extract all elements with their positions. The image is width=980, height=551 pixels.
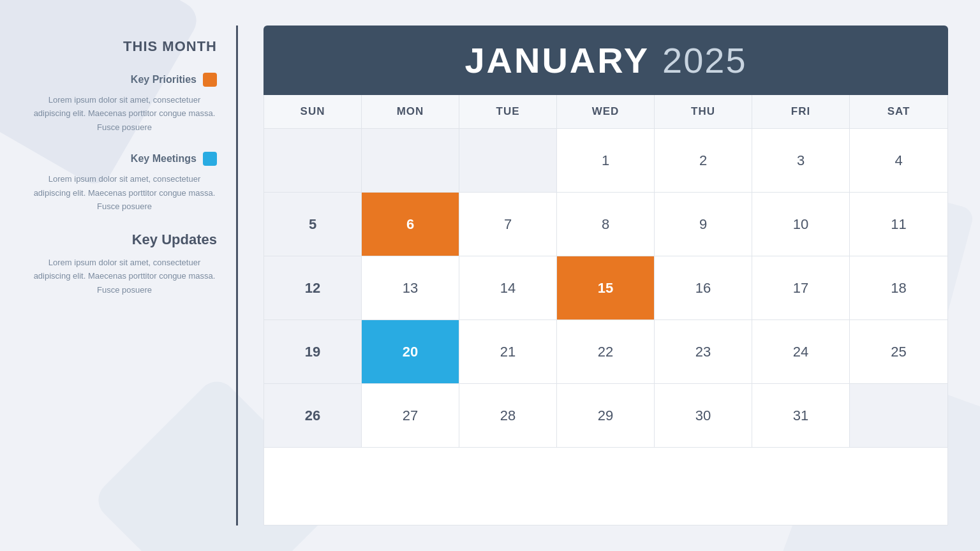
calendar-grid: SUNMONTUEWEDTHUFRISAT 123456789101112131…: [264, 95, 948, 525]
calendar-cell-9: 9: [655, 193, 752, 256]
calendar-cell-20: 20: [362, 320, 459, 384]
sidebar: THIS MONTH Key Priorities Lorem ipsum do…: [0, 0, 236, 551]
calendar-cell-10: 10: [752, 193, 850, 256]
key-updates-title: Key Updates: [132, 231, 217, 248]
calendar-cell-7: 7: [459, 193, 557, 256]
calendar-cell-17: 17: [752, 256, 850, 320]
day-header-fri: FRI: [752, 95, 850, 128]
calendar-cell-5: 5: [264, 193, 362, 256]
key-meetings-label: Key Meetings: [131, 153, 197, 165]
calendar-body: 1234567891011121314151617181920212223242…: [264, 129, 947, 448]
day-header-wed: WED: [557, 95, 655, 128]
calendar-cell-19: 19: [264, 320, 362, 384]
calendar-content: JANUARY 2025 SUNMONTUEWEDTHUFRISAT 12345…: [238, 0, 980, 551]
sidebar-content: THIS MONTH Key Priorities Lorem ipsum do…: [32, 38, 217, 314]
day-header-sun: SUN: [264, 95, 362, 128]
main-layout: THIS MONTH Key Priorities Lorem ipsum do…: [0, 0, 980, 551]
key-meetings-color-box: [203, 152, 217, 166]
calendar-cell-empty-0-2: [459, 129, 557, 193]
calendar-cell-13: 13: [362, 256, 459, 320]
calendar-cell-empty-0-0: [264, 129, 362, 193]
key-priorities-color-box: [203, 73, 217, 87]
calendar-cell-empty-4-6: [850, 384, 947, 448]
key-updates-text: Lorem ipsum dolor sit amet, consectetuer…: [32, 256, 217, 297]
calendar-cell-14: 14: [459, 256, 557, 320]
calendar-cell-6: 6: [362, 193, 459, 256]
calendar-cell-11: 11: [850, 193, 947, 256]
day-header-thu: THU: [655, 95, 752, 128]
calendar-cell-4: 4: [850, 129, 947, 193]
calendar-cell-21: 21: [459, 320, 557, 384]
key-meetings-text: Lorem ipsum dolor sit amet, consectetuer…: [32, 172, 217, 213]
calendar-year: 2025: [662, 40, 747, 81]
calendar-header: JANUARY 2025: [264, 26, 948, 95]
key-priorities-text: Lorem ipsum dolor sit amet, consectetuer…: [32, 93, 217, 134]
day-header-sat: SAT: [850, 95, 947, 128]
calendar-cell-12: 12: [264, 256, 362, 320]
key-priorities-label: Key Priorities: [131, 74, 197, 85]
calendar-cell-16: 16: [655, 256, 752, 320]
calendar-cell-23: 23: [655, 320, 752, 384]
calendar-cell-28: 28: [459, 384, 557, 448]
calendar-cell-24: 24: [752, 320, 850, 384]
calendar-cell-27: 27: [362, 384, 459, 448]
calendar-month: JANUARY: [464, 40, 650, 81]
calendar-cell-18: 18: [850, 256, 947, 320]
calendar-cell-31: 31: [752, 384, 850, 448]
calendar-cell-29: 29: [557, 384, 655, 448]
calendar-cell-2: 2: [655, 129, 752, 193]
key-priorities-header: Key Priorities: [131, 73, 217, 87]
calendar-cell-empty-0-1: [362, 129, 459, 193]
day-header-mon: MON: [362, 95, 459, 128]
key-meetings-header: Key Meetings: [131, 152, 217, 166]
calendar-cell-22: 22: [557, 320, 655, 384]
calendar-days-header: SUNMONTUEWEDTHUFRISAT: [264, 95, 947, 129]
calendar-cell-15: 15: [557, 256, 655, 320]
calendar-cell-25: 25: [850, 320, 947, 384]
calendar-cell-30: 30: [655, 384, 752, 448]
calendar-cell-8: 8: [557, 193, 655, 256]
calendar-cell-1: 1: [557, 129, 655, 193]
calendar-cell-3: 3: [752, 129, 850, 193]
day-header-tue: TUE: [459, 95, 557, 128]
calendar-cell-26: 26: [264, 384, 362, 448]
this-month-title: THIS MONTH: [123, 38, 217, 55]
